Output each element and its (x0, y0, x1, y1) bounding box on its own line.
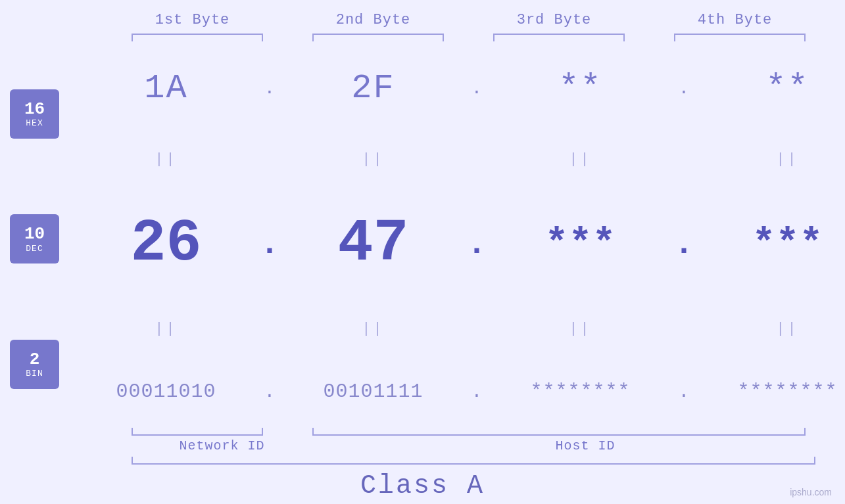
byte3-header: 3rd Byte (464, 12, 644, 28)
dec-badge-label: DEC (26, 244, 43, 254)
byte2-header: 2nd Byte (283, 12, 464, 28)
dec-b4: *** (697, 221, 845, 266)
header-row: 1st Byte 2nd Byte 3rd Byte 4th Byte (92, 0, 845, 28)
bin-dot1: . (256, 382, 283, 402)
dec-badge-num: 10 (24, 225, 45, 244)
eq1-b4: || (697, 151, 845, 168)
eq1-b2: || (283, 151, 464, 168)
dec-dot3: . (671, 225, 697, 263)
content-area: 16 HEX 10 DEC 2 BIN 1A . 2F (0, 48, 845, 424)
dec-b2: 47 (283, 210, 464, 277)
bottom-bracket-row (132, 428, 845, 436)
hex-badge-label: HEX (26, 118, 43, 128)
main-container: 1st Byte 2nd Byte 3rd Byte 4th Byte 16 H… (0, 0, 845, 504)
network-id-label: Network ID (132, 438, 312, 453)
bin-b4: ******** (697, 380, 845, 403)
top-brackets (132, 34, 845, 41)
bracket-byte4 (674, 34, 806, 41)
hex-badge-num: 16 (24, 100, 45, 119)
eq1-b1: || (76, 151, 256, 168)
byte1-header: 1st Byte (102, 12, 283, 28)
hex-row: 1A . 2F . ** . ** (76, 69, 845, 108)
bin-dot3: . (671, 382, 697, 402)
byte4-header: 4th Byte (644, 12, 825, 28)
bin-row: 00011010 . 00101111 . ******** . *******… (76, 380, 845, 403)
eq1-b3: || (490, 151, 671, 168)
eq2-b1: || (76, 321, 256, 337)
eq2-b3: || (490, 321, 671, 337)
bin-b1: 00011010 (76, 380, 256, 403)
badges-column: 16 HEX 10 DEC 2 BIN (0, 55, 69, 424)
hex-dot3: . (671, 78, 697, 99)
bracket-byte2 (312, 34, 444, 41)
hex-b3: ** (490, 69, 671, 108)
eq2-b2: || (283, 321, 464, 337)
hex-b4: ** (697, 69, 845, 108)
dec-badge: 10 DEC (10, 214, 59, 263)
dec-dot1: . (256, 225, 283, 263)
hex-dot2: . (464, 78, 490, 99)
bracket-byte1 (132, 34, 263, 41)
network-bracket (132, 428, 263, 436)
rows-section: 1A . 2F . ** . ** || || (69, 48, 845, 424)
watermark: ipshu.com (790, 487, 832, 497)
dec-row: 26 . 47 . *** . *** (76, 210, 845, 277)
equal-row-2: || || || || (76, 319, 845, 339)
eq2-b4: || (697, 321, 845, 337)
dec-b3: *** (490, 221, 671, 266)
dec-dot2: . (464, 225, 490, 263)
host-id-label: Host ID (339, 438, 832, 453)
equal-row-1: || || || || (76, 149, 845, 169)
bin-b3: ******** (490, 380, 671, 403)
bin-dot2: . (464, 382, 490, 402)
host-bracket (312, 428, 806, 436)
bin-badge-label: BIN (26, 369, 43, 378)
bracket-byte3 (493, 34, 625, 41)
bin-badge-num: 2 (30, 350, 40, 369)
hex-b1: 1A (76, 69, 256, 108)
full-bottom-bracket (132, 457, 815, 465)
class-label: Class A (0, 471, 845, 501)
hex-dot1: . (256, 78, 283, 99)
bin-badge: 2 BIN (10, 340, 59, 389)
id-labels-row: Network ID Host ID (132, 438, 845, 453)
hex-b2: 2F (283, 69, 464, 108)
bin-b2: 00101111 (283, 380, 464, 403)
dec-b1: 26 (76, 210, 256, 277)
hex-badge: 16 HEX (10, 89, 59, 139)
